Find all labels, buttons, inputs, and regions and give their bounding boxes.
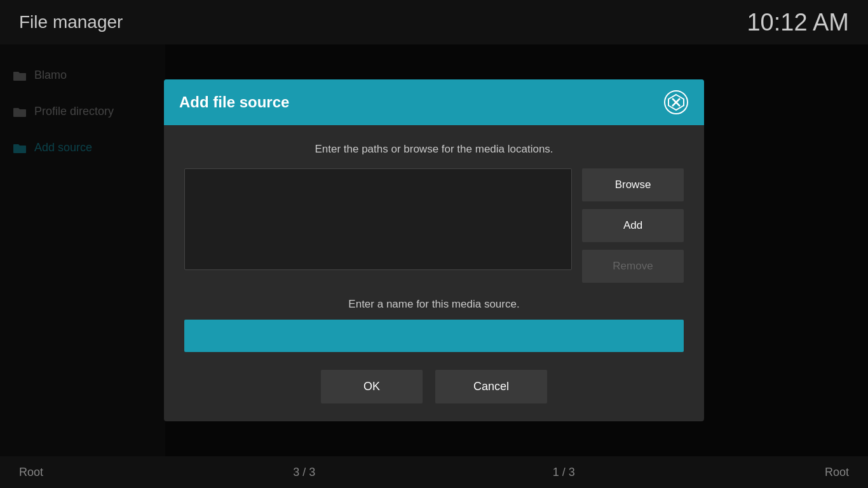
- action-buttons: Browse Add Remove: [582, 168, 684, 283]
- status-center-left: 3 / 3: [279, 466, 330, 479]
- dialog-header: Add file source: [164, 79, 704, 125]
- kodi-logo-icon: [663, 90, 689, 115]
- status-left: Root: [19, 466, 70, 479]
- cancel-button[interactable]: Cancel: [435, 370, 547, 403]
- clock: 10:12 AM: [747, 9, 849, 36]
- dialog-overlay: Add file source Enter the paths or brows…: [0, 44, 868, 456]
- ok-button[interactable]: OK: [321, 370, 423, 403]
- bottom-buttons: OK Cancel: [184, 370, 684, 403]
- add-file-source-dialog: Add file source Enter the paths or brows…: [164, 79, 704, 421]
- remove-button[interactable]: Remove: [582, 250, 684, 283]
- name-label: Enter a name for this media source.: [184, 298, 684, 311]
- browse-button[interactable]: Browse: [582, 168, 684, 201]
- add-button[interactable]: Add: [582, 209, 684, 242]
- status-right: Root: [798, 466, 849, 479]
- dialog-subtitle: Enter the paths or browse for the media …: [184, 143, 684, 156]
- dialog-body: Enter the paths or browse for the media …: [164, 125, 704, 421]
- input-row: Browse Add Remove: [184, 168, 684, 283]
- status-bar: Root 3 / 3 1 / 3 Root: [0, 456, 868, 488]
- url-textarea[interactable]: [184, 168, 572, 270]
- top-bar: File manager 10:12 AM: [0, 0, 868, 44]
- dialog-title: Add file source: [179, 93, 289, 111]
- app-title: File manager: [19, 12, 123, 32]
- status-center-right: 1 / 3: [538, 466, 589, 479]
- name-input-wrapper: Enter a name for this media source.: [184, 298, 684, 352]
- name-input[interactable]: [184, 320, 684, 352]
